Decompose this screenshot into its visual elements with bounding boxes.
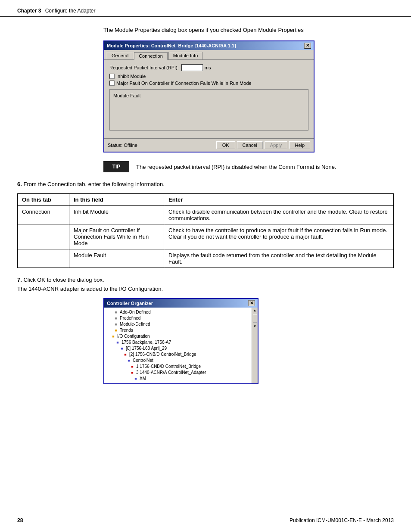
dialog-title: Module Properties: ControlNet_Bridge [14… (107, 43, 236, 48)
table-row: Connection Inhibit Module Check to disab… (18, 205, 394, 224)
rpi-label: Requested Packet Interval (RPI): (109, 65, 179, 70)
footer-page: 28 (17, 517, 23, 523)
table-cell-field: Module Fault (69, 249, 164, 268)
major-fault-row: Major Fault On Controller If Connection … (109, 81, 308, 86)
dialog-close-button[interactable]: ✕ (304, 43, 311, 49)
organizer-titlebar: Controller Organizer ✕ (104, 299, 258, 308)
table-cell-enter: Check to disable communication between t… (164, 205, 394, 224)
gear-icon: ■ (113, 316, 119, 321)
table-row: Major Fault on Controller if Connection … (18, 224, 394, 249)
tab-general[interactable]: General (107, 52, 133, 59)
bridge-icon: ■ (129, 364, 135, 369)
organizer-window: Controller Organizer ✕ ■Add-On Defined■P… (103, 298, 258, 384)
tree-item-label: Predefined (120, 316, 140, 320)
organizer-title: Controller Organizer (107, 301, 153, 306)
tab-module-info[interactable]: Module Info (168, 52, 202, 59)
tree-item[interactable]: ■ControlNet (106, 358, 250, 364)
organizer-body-wrap: ■Add-On Defined■Predefined■Module-Define… (104, 308, 258, 383)
table-header-field: In this field (69, 193, 164, 205)
organizer-tree: ■Add-On Defined■Predefined■Module-Define… (104, 308, 252, 383)
major-fault-label: Major Fault On Controller If Connection … (116, 81, 252, 86)
folder-icon: ■ (110, 334, 116, 339)
rpi-row: Requested Packet Interval (RPI): ms (109, 64, 308, 71)
help-button[interactable]: Help (289, 141, 310, 149)
tree-item[interactable]: ■[2] 1756-CNB/D ControlNet_Bridge (106, 352, 250, 358)
table-header-enter: Enter (164, 193, 394, 205)
gear-icon: ■ (113, 310, 119, 315)
bridge-icon: ■ (122, 352, 128, 357)
tree-item-label: XM (140, 376, 146, 381)
intro-text: The Module Properties dialog box opens i… (103, 26, 394, 34)
page-footer: 28 Publication ICM-UM001C-EN-E - March 2… (0, 517, 411, 523)
dialog-buttons: OK Cancel Apply Help (216, 141, 310, 149)
scroll-up-arrow[interactable]: ▲ (252, 308, 258, 313)
dialog-body: Requested Packet Interval (RPI): ms Inhi… (104, 60, 314, 138)
net-icon: ■ (126, 358, 132, 363)
inhibit-checkbox[interactable] (109, 74, 115, 79)
tree-item[interactable]: ■Add-On Defined (106, 309, 250, 315)
scroll-down-arrow[interactable]: ▼ (252, 324, 258, 329)
tree-item-label: 1 1756-CNB/D ControlNet_Bridge (136, 364, 201, 369)
footer-publication: Publication ICM-UM001C-EN-E - March 2013 (290, 517, 394, 523)
page-header: Chapter 3 Configure the Adapter (0, 0, 411, 17)
tree-item[interactable]: ■Predefined (106, 315, 250, 321)
step7-description: Click OK to close the dialog box. (23, 277, 104, 283)
major-fault-checkbox[interactable] (109, 81, 115, 86)
inhibit-row: Inhibit Module (109, 74, 308, 79)
tree-item[interactable]: ■[0] 1756-L63 April_29 (106, 345, 250, 352)
net-icon: ■ (115, 340, 121, 345)
dialog-tabs: General Connection Module Info (104, 50, 314, 60)
table-cell-enter: Check to have the controller to produce … (164, 224, 394, 249)
table-cell-tab: Connection (18, 205, 69, 224)
tree-item-label: Module-Defined (120, 322, 150, 327)
gear-icon: ■ (113, 322, 119, 327)
tree-item[interactable]: ■Trends (106, 327, 250, 333)
tree-item[interactable]: ■Module-Defined (106, 321, 250, 327)
ok-button[interactable]: OK (216, 141, 235, 149)
tree-item-label: Trends (120, 328, 133, 333)
tree-item[interactable]: ■3 1440-ACNR/A ControlNet_Adapter (106, 370, 250, 376)
table-header-tab: On this tab (18, 193, 69, 205)
adapter-text: The 1440-ACNR adapter is added to the I/… (17, 286, 394, 292)
cancel-button[interactable]: Cancel (237, 141, 263, 149)
table-cell-tab (18, 224, 69, 249)
tree-item-label: 1756 Backplane, 1756-A7 (121, 340, 171, 345)
module-fault-group: Module Fault (109, 89, 308, 131)
chapter-subtitle: Configure the Adapter (45, 8, 96, 14)
step7-text: 7. Click OK to close the dialog box. (17, 277, 394, 283)
apply-button[interactable]: Apply (265, 141, 288, 149)
tab-connection[interactable]: Connection (134, 52, 168, 60)
net-icon: ■ (133, 376, 139, 381)
step6-number: 6. (17, 181, 22, 187)
dialog-window: Module Properties: ControlNet_Bridge [14… (103, 40, 314, 152)
organizer-close-button[interactable]: ✕ (248, 300, 255, 306)
dialog-titlebar: Module Properties: ControlNet_Bridge [14… (104, 41, 314, 50)
organizer-scrollbar[interactable]: ▲ ▼ (252, 308, 258, 383)
table-row: Module Fault Displays the fault code ret… (18, 249, 394, 268)
tree-item[interactable]: ■I/O Configuration (106, 333, 250, 339)
tip-text: The requested packet interval (RPI) is d… (136, 161, 336, 171)
dialog-status: Status: Offline (108, 143, 137, 148)
tip-badge: TIP (103, 161, 129, 172)
rpi-input[interactable] (181, 64, 203, 71)
scroll-thumb[interactable] (253, 314, 257, 323)
tip-container: TIP The requested packet interval (RPI) … (103, 161, 394, 172)
tree-item-label: [2] 1756-CNB/D ControlNet_Bridge (129, 352, 196, 357)
tree-item[interactable]: ■1 1756-CNB/D ControlNet_Bridge (106, 364, 250, 370)
tree-item-label: Add-On Defined (120, 310, 151, 314)
tree-item-label: [0] 1756-L63 April_29 (126, 346, 167, 351)
chapter-label: Chapter 3 (17, 8, 41, 14)
step6-text: 6. From the Connection tab, enter the fo… (17, 181, 394, 187)
tree-item[interactable]: ■XM (106, 376, 250, 382)
tree-item[interactable]: ■1756 Backplane, 1756-A7 (106, 339, 250, 345)
table-cell-tab (18, 249, 69, 268)
step7-number: 7. (17, 277, 22, 283)
table-cell-enter: Displays the fault code returned from th… (164, 249, 394, 268)
step6-description: From the Connection tab, enter the follo… (23, 181, 164, 187)
dialog-statusbar: Status: Offline OK Cancel Apply Help (104, 138, 314, 152)
tree-item-label: ControlNet (133, 358, 153, 363)
info-table: On this tab In this field Enter Connecti… (17, 193, 394, 268)
table-cell-field: Major Fault on Controller if Connection … (69, 224, 164, 249)
net-icon: ■ (119, 346, 125, 351)
dialog-container: Module Properties: ControlNet_Bridge [14… (103, 40, 394, 152)
